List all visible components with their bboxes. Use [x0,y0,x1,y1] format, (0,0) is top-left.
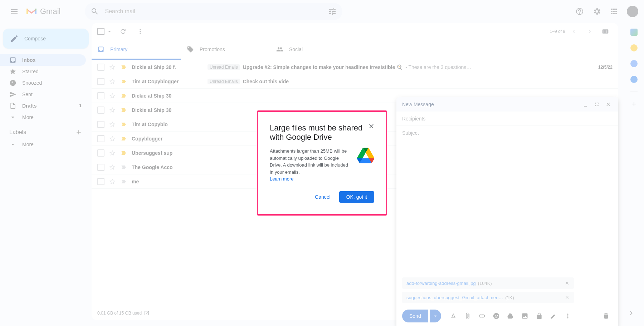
modal-highlight: Large files must be shared with Google D… [257,110,387,216]
modal-body-text: Attachments larger than 25MB will be aut… [270,148,351,183]
drive-modal: Large files must be shared with Google D… [261,115,383,211]
modal-backdrop: Large files must be shared with Google D… [0,0,644,326]
close-icon [368,123,375,130]
modal-ok-button[interactable]: OK, got it [339,191,374,203]
google-drive-icon [357,148,374,163]
modal-title: Large files must be shared with Google D… [270,123,374,142]
modal-close-button[interactable] [366,120,377,132]
modal-cancel-button[interactable]: Cancel [309,191,336,203]
learn-more-link[interactable]: Learn more [270,176,293,182]
